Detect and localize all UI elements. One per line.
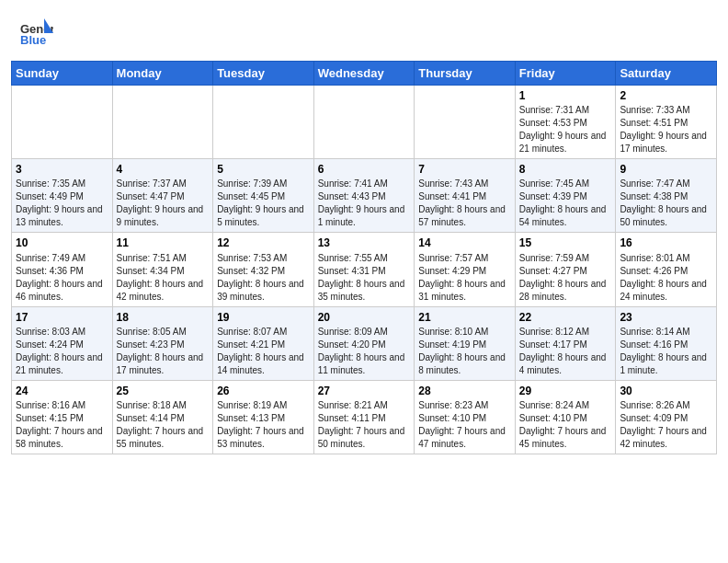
calendar-cell: 3Sunrise: 7:35 AM Sunset: 4:49 PM Daylig… (12, 159, 113, 233)
day-info: Sunrise: 7:55 AM Sunset: 4:31 PM Dayligh… (318, 252, 411, 304)
calendar-cell: 12Sunrise: 7:53 AM Sunset: 4:32 PM Dayli… (213, 233, 314, 306)
weekday-header-wednesday: Wednesday (313, 62, 415, 86)
logo: General Blue (18, 15, 53, 50)
page-header: General Blue (0, 0, 728, 53)
calendar-cell: 20Sunrise: 8:09 AM Sunset: 4:20 PM Dayli… (313, 306, 415, 380)
day-number: 27 (318, 384, 411, 398)
calendar-cell: 17Sunrise: 8:03 AM Sunset: 4:24 PM Dayli… (12, 306, 113, 380)
day-number: 29 (519, 384, 612, 398)
calendar-cell: 16Sunrise: 8:01 AM Sunset: 4:26 PM Dayli… (616, 233, 717, 306)
weekday-header-sunday: Sunday (12, 62, 113, 86)
day-number: 22 (519, 310, 612, 325)
calendar-cell: 29Sunrise: 8:24 AM Sunset: 4:10 PM Dayli… (515, 380, 616, 454)
day-number: 30 (620, 384, 712, 398)
day-info: Sunrise: 8:18 AM Sunset: 4:14 PM Dayligh… (117, 399, 210, 451)
calendar-cell: 26Sunrise: 8:19 AM Sunset: 4:13 PM Dayli… (213, 380, 314, 454)
day-number: 11 (117, 236, 210, 250)
day-info: Sunrise: 7:49 AM Sunset: 4:36 PM Dayligh… (16, 252, 108, 304)
day-info: Sunrise: 7:57 AM Sunset: 4:29 PM Dayligh… (418, 252, 511, 304)
week-row-4: 17Sunrise: 8:03 AM Sunset: 4:24 PM Dayli… (12, 306, 717, 380)
weekday-header-monday: Monday (112, 62, 213, 86)
day-info: Sunrise: 8:10 AM Sunset: 4:19 PM Dayligh… (418, 326, 511, 377)
day-number: 3 (16, 162, 108, 177)
calendar-cell: 5Sunrise: 7:39 AM Sunset: 4:45 PM Daylig… (213, 159, 314, 233)
week-row-1: 1Sunrise: 7:31 AM Sunset: 4:53 PM Daylig… (12, 86, 717, 159)
day-number: 17 (16, 310, 108, 325)
calendar-cell: 8Sunrise: 7:45 AM Sunset: 4:39 PM Daylig… (515, 159, 616, 233)
calendar-cell: 23Sunrise: 8:14 AM Sunset: 4:16 PM Dayli… (616, 306, 717, 380)
calendar-cell: 10Sunrise: 7:49 AM Sunset: 4:36 PM Dayli… (12, 233, 113, 306)
day-number: 18 (117, 310, 210, 325)
calendar-cell: 21Sunrise: 8:10 AM Sunset: 4:19 PM Dayli… (415, 306, 516, 380)
day-number: 5 (217, 162, 310, 177)
logo-icon: General Blue (18, 15, 53, 50)
day-number: 2 (620, 88, 712, 103)
day-info: Sunrise: 8:03 AM Sunset: 4:24 PM Dayligh… (16, 326, 108, 377)
day-info: Sunrise: 7:39 AM Sunset: 4:45 PM Dayligh… (217, 178, 310, 229)
weekday-header-friday: Friday (515, 62, 616, 86)
calendar-cell: 1Sunrise: 7:31 AM Sunset: 4:53 PM Daylig… (515, 86, 616, 159)
day-number: 16 (620, 236, 712, 250)
calendar-cell: 30Sunrise: 8:26 AM Sunset: 4:09 PM Dayli… (616, 380, 717, 454)
calendar-cell: 18Sunrise: 8:05 AM Sunset: 4:23 PM Dayli… (112, 306, 213, 380)
day-info: Sunrise: 7:51 AM Sunset: 4:34 PM Dayligh… (117, 252, 210, 304)
weekday-header-saturday: Saturday (616, 62, 717, 86)
day-number: 28 (418, 384, 511, 398)
day-number: 14 (418, 236, 511, 250)
day-info: Sunrise: 8:24 AM Sunset: 4:10 PM Dayligh… (519, 399, 612, 451)
day-number: 21 (418, 310, 511, 325)
day-number: 20 (318, 310, 411, 325)
day-number: 26 (217, 384, 310, 398)
day-info: Sunrise: 7:41 AM Sunset: 4:43 PM Dayligh… (318, 178, 411, 229)
calendar-cell: 2Sunrise: 7:33 AM Sunset: 4:51 PM Daylig… (616, 86, 717, 159)
calendar-cell: 25Sunrise: 8:18 AM Sunset: 4:14 PM Dayli… (112, 380, 213, 454)
day-info: Sunrise: 8:05 AM Sunset: 4:23 PM Dayligh… (117, 326, 210, 377)
day-info: Sunrise: 7:43 AM Sunset: 4:41 PM Dayligh… (418, 178, 511, 229)
calendar-cell: 27Sunrise: 8:21 AM Sunset: 4:11 PM Dayli… (313, 380, 415, 454)
weekday-header-thursday: Thursday (415, 62, 516, 86)
day-number: 19 (217, 310, 310, 325)
day-number: 10 (16, 236, 108, 250)
calendar-cell: 4Sunrise: 7:37 AM Sunset: 4:47 PM Daylig… (112, 159, 213, 233)
day-info: Sunrise: 7:37 AM Sunset: 4:47 PM Dayligh… (117, 178, 210, 229)
calendar-cell: 22Sunrise: 8:12 AM Sunset: 4:17 PM Dayli… (515, 306, 616, 380)
calendar-cell: 9Sunrise: 7:47 AM Sunset: 4:38 PM Daylig… (616, 159, 717, 233)
day-number: 24 (16, 384, 108, 398)
calendar-cell (112, 86, 213, 159)
calendar-cell (213, 86, 314, 159)
day-number: 23 (620, 310, 712, 325)
day-info: Sunrise: 7:59 AM Sunset: 4:27 PM Dayligh… (519, 252, 612, 304)
day-info: Sunrise: 8:07 AM Sunset: 4:21 PM Dayligh… (217, 326, 310, 377)
day-info: Sunrise: 8:09 AM Sunset: 4:20 PM Dayligh… (318, 326, 411, 377)
day-number: 8 (519, 162, 612, 177)
calendar-cell: 13Sunrise: 7:55 AM Sunset: 4:31 PM Dayli… (313, 233, 415, 306)
calendar-cell: 7Sunrise: 7:43 AM Sunset: 4:41 PM Daylig… (415, 159, 516, 233)
calendar-cell: 15Sunrise: 7:59 AM Sunset: 4:27 PM Dayli… (515, 233, 616, 306)
week-row-5: 24Sunrise: 8:16 AM Sunset: 4:15 PM Dayli… (12, 380, 717, 454)
weekday-header-tuesday: Tuesday (213, 62, 314, 86)
day-info: Sunrise: 7:45 AM Sunset: 4:39 PM Dayligh… (519, 178, 612, 229)
day-info: Sunrise: 7:31 AM Sunset: 4:53 PM Dayligh… (519, 104, 612, 155)
calendar-cell: 24Sunrise: 8:16 AM Sunset: 4:15 PM Dayli… (12, 380, 113, 454)
day-info: Sunrise: 7:53 AM Sunset: 4:32 PM Dayligh… (217, 252, 310, 304)
day-info: Sunrise: 8:23 AM Sunset: 4:10 PM Dayligh… (418, 399, 511, 451)
week-row-3: 10Sunrise: 7:49 AM Sunset: 4:36 PM Dayli… (12, 233, 717, 306)
weekday-header-row: SundayMondayTuesdayWednesdayThursdayFrid… (12, 62, 717, 86)
day-number: 4 (117, 162, 210, 177)
day-info: Sunrise: 7:47 AM Sunset: 4:38 PM Dayligh… (620, 178, 712, 229)
svg-text:Blue: Blue (20, 33, 46, 47)
day-info: Sunrise: 8:26 AM Sunset: 4:09 PM Dayligh… (620, 399, 712, 451)
day-info: Sunrise: 8:16 AM Sunset: 4:15 PM Dayligh… (16, 399, 108, 451)
calendar-cell: 11Sunrise: 7:51 AM Sunset: 4:34 PM Dayli… (112, 233, 213, 306)
day-info: Sunrise: 8:12 AM Sunset: 4:17 PM Dayligh… (519, 326, 612, 377)
calendar-cell: 19Sunrise: 8:07 AM Sunset: 4:21 PM Dayli… (213, 306, 314, 380)
day-number: 7 (418, 162, 511, 177)
week-row-2: 3Sunrise: 7:35 AM Sunset: 4:49 PM Daylig… (12, 159, 717, 233)
calendar-cell: 6Sunrise: 7:41 AM Sunset: 4:43 PM Daylig… (313, 159, 415, 233)
calendar-cell: 14Sunrise: 7:57 AM Sunset: 4:29 PM Dayli… (415, 233, 516, 306)
calendar-cell (415, 86, 516, 159)
day-number: 9 (620, 162, 712, 177)
day-number: 15 (519, 236, 612, 250)
day-info: Sunrise: 8:19 AM Sunset: 4:13 PM Dayligh… (217, 399, 310, 451)
day-info: Sunrise: 7:35 AM Sunset: 4:49 PM Dayligh… (16, 178, 108, 229)
